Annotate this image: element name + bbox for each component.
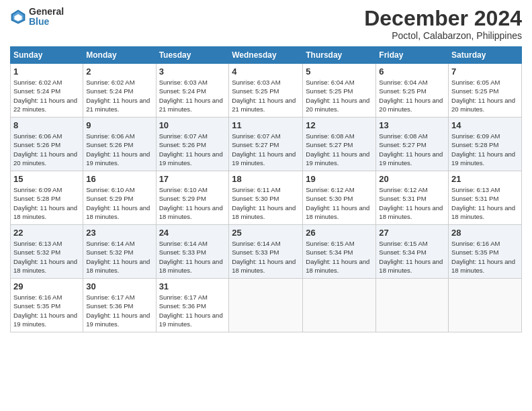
day-number: 9 <box>86 120 152 130</box>
weekday-header-sunday: Sunday <box>11 47 83 64</box>
day-info: Sunrise: 6:08 AMSunset: 5:27 PMDaylight:… <box>379 132 445 167</box>
day-number: 18 <box>232 174 300 184</box>
calendar-cell: 5Sunrise: 6:04 AMSunset: 5:25 PMDaylight… <box>303 64 376 118</box>
logo-icon <box>10 9 26 25</box>
calendar-cell: 10Sunrise: 6:07 AMSunset: 5:26 PMDayligh… <box>156 118 229 171</box>
day-info: Sunrise: 6:02 AMSunset: 5:24 PMDaylight:… <box>86 78 152 113</box>
day-info: Sunrise: 6:03 AMSunset: 5:25 PMDaylight:… <box>232 78 300 113</box>
calendar-cell: 28Sunrise: 6:16 AMSunset: 5:35 PMDayligh… <box>449 225 522 279</box>
calendar-cell: 16Sunrise: 6:10 AMSunset: 5:29 PMDayligh… <box>83 171 156 225</box>
calendar-week-1: 1Sunrise: 6:02 AMSunset: 5:24 PMDaylight… <box>11 64 522 118</box>
weekday-header-monday: Monday <box>83 47 156 64</box>
day-info: Sunrise: 6:07 AMSunset: 5:26 PMDaylight:… <box>159 132 226 167</box>
day-info: Sunrise: 6:02 AMSunset: 5:24 PMDaylight:… <box>13 78 80 113</box>
day-number: 15 <box>13 174 80 184</box>
calendar-cell: 8Sunrise: 6:06 AMSunset: 5:26 PMDaylight… <box>11 118 83 171</box>
calendar-cell: 15Sunrise: 6:09 AMSunset: 5:28 PMDayligh… <box>11 171 83 225</box>
header: General Blue December 2024 Poctol, Calab… <box>10 7 522 41</box>
day-number: 17 <box>159 174 226 184</box>
calendar-cell: 18Sunrise: 6:11 AMSunset: 5:30 PMDayligh… <box>229 171 303 225</box>
calendar-cell: 22Sunrise: 6:13 AMSunset: 5:32 PMDayligh… <box>11 225 83 279</box>
calendar-cell: 21Sunrise: 6:13 AMSunset: 5:31 PMDayligh… <box>449 171 522 225</box>
day-number: 11 <box>232 120 300 130</box>
calendar-cell: 1Sunrise: 6:02 AMSunset: 5:24 PMDaylight… <box>11 64 83 118</box>
calendar-cell: 24Sunrise: 6:14 AMSunset: 5:33 PMDayligh… <box>156 225 229 279</box>
calendar-cell: 12Sunrise: 6:08 AMSunset: 5:27 PMDayligh… <box>303 118 376 171</box>
day-number: 10 <box>159 120 226 130</box>
main-title: December 2024 <box>364 7 522 30</box>
day-number: 19 <box>306 174 373 184</box>
day-info: Sunrise: 6:17 AMSunset: 5:36 PMDaylight:… <box>159 293 226 328</box>
logo-blue-text: Blue <box>29 17 64 27</box>
day-number: 6 <box>379 66 445 77</box>
calendar-cell: 19Sunrise: 6:12 AMSunset: 5:30 PMDayligh… <box>303 171 376 225</box>
calendar-cell: 14Sunrise: 6:09 AMSunset: 5:28 PMDayligh… <box>449 118 522 171</box>
calendar-cell: 27Sunrise: 6:15 AMSunset: 5:34 PMDayligh… <box>376 225 449 279</box>
day-number: 31 <box>159 281 226 291</box>
day-info: Sunrise: 6:13 AMSunset: 5:31 PMDaylight:… <box>451 185 519 221</box>
day-info: Sunrise: 6:07 AMSunset: 5:27 PMDaylight:… <box>232 132 300 167</box>
calendar-cell: 20Sunrise: 6:12 AMSunset: 5:31 PMDayligh… <box>376 171 449 225</box>
calendar-week-3: 15Sunrise: 6:09 AMSunset: 5:28 PMDayligh… <box>11 171 522 225</box>
day-info: Sunrise: 6:15 AMSunset: 5:34 PMDaylight:… <box>379 239 445 275</box>
calendar-cell: 25Sunrise: 6:14 AMSunset: 5:33 PMDayligh… <box>229 225 303 279</box>
weekday-header-saturday: Saturday <box>449 47 522 64</box>
calendar-cell <box>449 279 522 332</box>
subtitle: Poctol, Calabarzon, Philippines <box>364 30 522 41</box>
calendar-cell: 29Sunrise: 6:16 AMSunset: 5:35 PMDayligh… <box>11 279 83 332</box>
day-info: Sunrise: 6:04 AMSunset: 5:25 PMDaylight:… <box>379 78 445 113</box>
calendar-body: 1Sunrise: 6:02 AMSunset: 5:24 PMDaylight… <box>11 64 522 332</box>
day-info: Sunrise: 6:05 AMSunset: 5:25 PMDaylight:… <box>451 78 519 113</box>
weekday-header-tuesday: Tuesday <box>156 47 229 64</box>
calendar-cell: 31Sunrise: 6:17 AMSunset: 5:36 PMDayligh… <box>156 279 229 332</box>
weekday-header-row: SundayMondayTuesdayWednesdayThursdayFrid… <box>11 47 522 64</box>
day-number: 22 <box>13 228 80 238</box>
calendar-cell <box>229 279 303 332</box>
day-info: Sunrise: 6:10 AMSunset: 5:29 PMDaylight:… <box>86 185 152 221</box>
day-number: 4 <box>232 66 300 77</box>
day-number: 27 <box>379 228 445 238</box>
calendar-week-5: 29Sunrise: 6:16 AMSunset: 5:35 PMDayligh… <box>11 279 522 332</box>
day-info: Sunrise: 6:10 AMSunset: 5:29 PMDaylight:… <box>159 185 226 221</box>
day-info: Sunrise: 6:11 AMSunset: 5:30 PMDaylight:… <box>232 185 300 221</box>
day-number: 7 <box>451 66 519 77</box>
calendar-cell: 3Sunrise: 6:03 AMSunset: 5:24 PMDaylight… <box>156 64 229 118</box>
day-info: Sunrise: 6:09 AMSunset: 5:28 PMDaylight:… <box>451 132 519 167</box>
day-info: Sunrise: 6:06 AMSunset: 5:26 PMDaylight:… <box>13 132 80 167</box>
calendar-header: SundayMondayTuesdayWednesdayThursdayFrid… <box>11 47 522 64</box>
calendar-cell: 2Sunrise: 6:02 AMSunset: 5:24 PMDaylight… <box>83 64 156 118</box>
weekday-header-friday: Friday <box>376 47 449 64</box>
day-number: 20 <box>379 174 445 184</box>
calendar-table: SundayMondayTuesdayWednesdayThursdayFrid… <box>10 46 522 332</box>
calendar-cell: 7Sunrise: 6:05 AMSunset: 5:25 PMDaylight… <box>449 64 522 118</box>
day-info: Sunrise: 6:06 AMSunset: 5:26 PMDaylight:… <box>86 132 152 167</box>
logo-text: General Blue <box>29 7 64 28</box>
day-info: Sunrise: 6:17 AMSunset: 5:36 PMDaylight:… <box>86 293 152 328</box>
day-number: 12 <box>306 120 373 130</box>
calendar-week-2: 8Sunrise: 6:06 AMSunset: 5:26 PMDaylight… <box>11 118 522 171</box>
day-info: Sunrise: 6:13 AMSunset: 5:32 PMDaylight:… <box>13 239 80 275</box>
day-number: 30 <box>86 281 152 291</box>
calendar-week-4: 22Sunrise: 6:13 AMSunset: 5:32 PMDayligh… <box>11 225 522 279</box>
weekday-header-thursday: Thursday <box>303 47 376 64</box>
day-info: Sunrise: 6:08 AMSunset: 5:27 PMDaylight:… <box>306 132 373 167</box>
weekday-header-wednesday: Wednesday <box>229 47 303 64</box>
calendar-cell: 23Sunrise: 6:14 AMSunset: 5:32 PMDayligh… <box>83 225 156 279</box>
day-number: 29 <box>13 281 80 291</box>
day-number: 14 <box>451 120 519 130</box>
calendar-cell: 13Sunrise: 6:08 AMSunset: 5:27 PMDayligh… <box>376 118 449 171</box>
calendar-cell: 11Sunrise: 6:07 AMSunset: 5:27 PMDayligh… <box>229 118 303 171</box>
calendar-cell: 30Sunrise: 6:17 AMSunset: 5:36 PMDayligh… <box>83 279 156 332</box>
day-number: 26 <box>306 228 373 238</box>
day-number: 21 <box>451 174 519 184</box>
calendar-cell: 26Sunrise: 6:15 AMSunset: 5:34 PMDayligh… <box>303 225 376 279</box>
day-number: 8 <box>13 120 80 130</box>
calendar-cell <box>303 279 376 332</box>
day-info: Sunrise: 6:12 AMSunset: 5:31 PMDaylight:… <box>379 185 445 221</box>
calendar-cell <box>376 279 449 332</box>
day-info: Sunrise: 6:12 AMSunset: 5:30 PMDaylight:… <box>306 185 373 221</box>
day-number: 23 <box>86 228 152 238</box>
day-info: Sunrise: 6:14 AMSunset: 5:32 PMDaylight:… <box>86 239 152 275</box>
day-number: 3 <box>159 66 226 77</box>
day-number: 24 <box>159 228 226 238</box>
